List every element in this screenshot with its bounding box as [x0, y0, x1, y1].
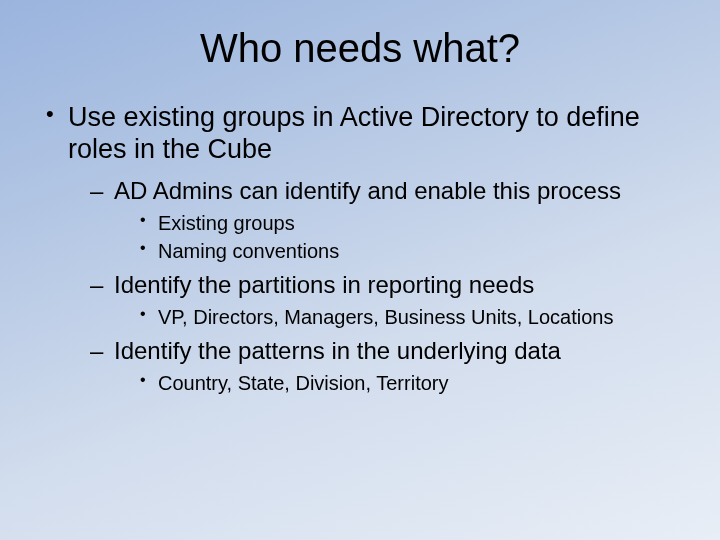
bullet-l3: Existing groups	[136, 210, 680, 236]
bullet-list-l3: Existing groups Naming conventions	[114, 210, 680, 264]
bullet-list-l2: AD Admins can identify and enable this p…	[68, 176, 680, 396]
slide-title: Who needs what?	[40, 26, 680, 71]
slide: Who needs what? Use existing groups in A…	[0, 0, 720, 540]
bullet-list-l3: VP, Directors, Managers, Business Units,…	[114, 304, 680, 330]
bullet-l2: Identify the partitions in reporting nee…	[86, 270, 680, 330]
bullet-l3: VP, Directors, Managers, Business Units,…	[136, 304, 680, 330]
bullet-text: Identify the patterns in the underlying …	[114, 337, 561, 364]
bullet-text: Existing groups	[158, 212, 295, 234]
bullet-text: AD Admins can identify and enable this p…	[114, 177, 621, 204]
bullet-text: Identify the partitions in reporting nee…	[114, 271, 534, 298]
bullet-text: Country, State, Division, Territory	[158, 372, 448, 394]
bullet-text: VP, Directors, Managers, Business Units,…	[158, 306, 613, 328]
bullet-l2: Identify the patterns in the underlying …	[86, 336, 680, 396]
bullet-l3: Country, State, Division, Territory	[136, 370, 680, 396]
bullet-l1: Use existing groups in Active Directory …	[40, 101, 680, 396]
bullet-list-l1: Use existing groups in Active Directory …	[40, 101, 680, 396]
bullet-l3: Naming conventions	[136, 238, 680, 264]
bullet-list-l3: Country, State, Division, Territory	[114, 370, 680, 396]
bullet-text: Naming conventions	[158, 240, 339, 262]
bullet-text: Use existing groups in Active Directory …	[68, 102, 640, 164]
bullet-l2: AD Admins can identify and enable this p…	[86, 176, 680, 264]
